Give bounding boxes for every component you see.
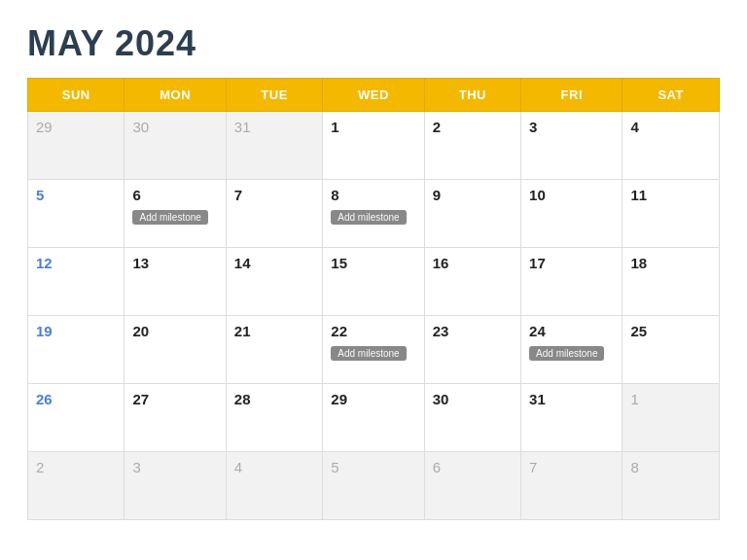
calendar-week-row: 2345678 <box>28 452 720 520</box>
day-number: 27 <box>132 391 217 407</box>
calendar-day-cell: 28 <box>226 384 322 452</box>
calendar-day-cell: 5 <box>323 452 424 520</box>
calendar-day-cell[interactable]: 24Add milestone <box>521 316 622 384</box>
calendar-week-row: 2627282930311 <box>28 384 720 452</box>
day-number: 23 <box>433 323 513 339</box>
day-number: 30 <box>132 119 217 135</box>
day-number: 2 <box>36 459 116 475</box>
calendar-day-cell: 25 <box>622 316 720 384</box>
milestone-badge[interactable]: Add milestone <box>529 346 604 361</box>
calendar-day-cell: 1 <box>622 384 720 452</box>
calendar-day-cell: 30 <box>424 384 520 452</box>
day-number: 11 <box>630 187 711 203</box>
calendar-week-row: 12131415161718 <box>28 248 720 316</box>
calendar-day-cell: 14 <box>226 248 322 316</box>
milestone-badge[interactable]: Add milestone <box>331 346 406 361</box>
calendar-week-row: 56Add milestone78Add milestone91011 <box>28 180 720 248</box>
calendar-title: MAY 2024 <box>27 23 720 64</box>
day-number: 4 <box>630 119 711 135</box>
day-number: 3 <box>132 459 217 475</box>
day-number: 16 <box>433 255 513 271</box>
calendar-day-cell: 19 <box>28 316 124 384</box>
calendar-day-cell: 29 <box>323 384 424 452</box>
day-number: 2 <box>433 119 513 135</box>
day-number: 29 <box>331 391 415 407</box>
calendar-day-cell: 16 <box>424 248 520 316</box>
calendar-day-cell: 2 <box>424 112 520 180</box>
calendar-day-cell: 3 <box>124 452 226 520</box>
day-number: 7 <box>529 459 614 475</box>
header-day-tue: TUE <box>226 79 322 112</box>
calendar-day-cell: 1 <box>323 112 424 180</box>
day-number: 5 <box>36 187 116 203</box>
day-number: 7 <box>234 187 314 203</box>
day-number: 10 <box>529 187 614 203</box>
calendar-day-cell: 18 <box>622 248 720 316</box>
day-number: 3 <box>529 119 614 135</box>
calendar-day-cell: 30 <box>124 112 226 180</box>
calendar-day-cell: 3 <box>521 112 622 180</box>
day-number: 21 <box>234 323 314 339</box>
day-number: 31 <box>529 391 614 407</box>
calendar-day-cell: 31 <box>521 384 622 452</box>
day-number: 19 <box>36 323 116 339</box>
calendar-day-cell: 2 <box>28 452 124 520</box>
day-number: 1 <box>630 391 711 407</box>
calendar-day-cell: 11 <box>622 180 720 248</box>
milestone-badge[interactable]: Add milestone <box>132 210 207 225</box>
day-number: 18 <box>630 255 711 271</box>
calendar-day-cell: 15 <box>323 248 424 316</box>
header-day-mon: MON <box>124 79 226 112</box>
day-number: 25 <box>630 323 711 339</box>
day-number: 8 <box>630 459 711 475</box>
header-day-sun: SUN <box>28 79 124 112</box>
calendar-day-cell: 12 <box>28 248 124 316</box>
calendar-day-cell: 10 <box>521 180 622 248</box>
header-day-fri: FRI <box>521 79 622 112</box>
day-number: 15 <box>331 255 415 271</box>
calendar-day-cell: 4 <box>226 452 322 520</box>
day-number: 24 <box>529 323 614 339</box>
calendar-day-cell: 27 <box>124 384 226 452</box>
header-day-sat: SAT <box>622 79 720 112</box>
calendar-day-cell: 9 <box>424 180 520 248</box>
calendar-day-cell[interactable]: 22Add milestone <box>323 316 424 384</box>
day-number: 8 <box>331 187 415 203</box>
day-number: 6 <box>132 187 217 203</box>
calendar-day-cell: 13 <box>124 248 226 316</box>
day-number: 1 <box>331 119 415 135</box>
calendar-day-cell: 7 <box>226 180 322 248</box>
day-number: 20 <box>132 323 217 339</box>
header-day-thu: THU <box>424 79 520 112</box>
day-number: 4 <box>234 459 314 475</box>
day-number: 30 <box>433 391 513 407</box>
calendar-day-cell: 23 <box>424 316 520 384</box>
day-number: 26 <box>36 391 116 407</box>
calendar-table: SUNMONTUEWEDTHUFRISAT 293031123456Add mi… <box>27 78 720 520</box>
day-number: 28 <box>234 391 314 407</box>
calendar-day-cell: 7 <box>521 452 622 520</box>
calendar-day-cell: 20 <box>124 316 226 384</box>
calendar-day-cell[interactable]: 6Add milestone <box>124 180 226 248</box>
calendar-day-cell: 26 <box>28 384 124 452</box>
calendar-day-cell: 8 <box>622 452 720 520</box>
day-number: 5 <box>331 459 415 475</box>
calendar-day-cell: 31 <box>226 112 322 180</box>
calendar-day-cell: 29 <box>28 112 124 180</box>
calendar-day-cell: 21 <box>226 316 322 384</box>
day-number: 6 <box>433 459 513 475</box>
calendar-week-row: 2930311234 <box>28 112 720 180</box>
day-number: 17 <box>529 255 614 271</box>
day-number: 13 <box>132 255 217 271</box>
calendar-day-cell[interactable]: 8Add milestone <box>323 180 424 248</box>
milestone-badge[interactable]: Add milestone <box>331 210 406 225</box>
day-number: 22 <box>331 323 415 339</box>
day-number: 12 <box>36 255 116 271</box>
calendar-day-cell: 5 <box>28 180 124 248</box>
day-number: 31 <box>234 119 314 135</box>
calendar-week-row: 19202122Add milestone2324Add milestone25 <box>28 316 720 384</box>
day-number: 9 <box>433 187 513 203</box>
day-number: 14 <box>234 255 314 271</box>
calendar-day-cell: 17 <box>521 248 622 316</box>
header-day-wed: WED <box>323 79 424 112</box>
